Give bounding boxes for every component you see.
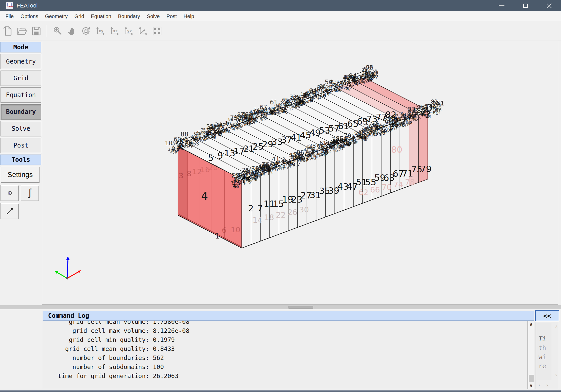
svg-text:88: 88 (181, 131, 189, 138)
view-3d-axes-button[interactable] (137, 24, 149, 38)
svg-text:64: 64 (401, 123, 407, 128)
boundary-number-label: 80 (391, 144, 402, 155)
svg-text:60: 60 (306, 144, 312, 150)
svg-text:57: 57 (260, 117, 264, 121)
settings-button[interactable]: Settings (1, 167, 40, 183)
svg-text:94: 94 (184, 144, 189, 148)
mode-post-button[interactable]: Post (1, 138, 41, 153)
zoom-extents-button[interactable] (151, 24, 163, 38)
boundary-number-label: 62 (359, 188, 368, 197)
save-icon (31, 26, 42, 36)
line-probe-tool-button[interactable] (1, 203, 19, 219)
log-scrollbar[interactable]: ∧ ∨ (528, 321, 534, 389)
collapse-panel-button[interactable]: << (535, 310, 559, 321)
tip-text-fragment: re (539, 363, 546, 370)
app-icon[interactable]: FEATool (6, 2, 13, 9)
maximize-button[interactable] (513, 0, 537, 11)
tips-scroll-up-icon[interactable]: ∧ (555, 324, 558, 329)
svg-text:16: 16 (347, 144, 350, 147)
menu-options[interactable]: Options (17, 11, 42, 21)
view-xy-button[interactable]: xy (94, 24, 106, 38)
plot-canvas[interactable]: 1418222630626670747880381216201610457300… (42, 41, 558, 305)
svg-text:86: 86 (360, 81, 365, 85)
tip-text-fragment: th (539, 344, 546, 352)
svg-text:24: 24 (309, 157, 314, 161)
tip-text-fragment: Ti (539, 335, 546, 343)
boundary-number-label: 70 (382, 183, 392, 192)
minimize-icon (499, 5, 504, 6)
boundary-number-label: 79 (420, 164, 432, 174)
boundary-number-label: 3 (179, 171, 183, 180)
splitter[interactable] (0, 305, 561, 309)
toolbar-separator (47, 25, 47, 37)
mode-equation-button[interactable]: Equation (1, 87, 41, 103)
menu-geometry[interactable]: Geometry (42, 11, 71, 21)
menu-file[interactable]: File (2, 11, 17, 21)
svg-text:65: 65 (282, 97, 288, 103)
svg-text:77: 77 (226, 129, 230, 134)
boundary-number-label: 10 (231, 225, 240, 234)
view-yz-button[interactable]: yz (122, 24, 135, 38)
boundary-number-label: 14 (253, 216, 262, 225)
line-segment-icon (5, 207, 14, 216)
window-border (0, 390, 561, 392)
scroll-up-icon[interactable]: ∧ (528, 321, 534, 327)
zoom-button[interactable] (51, 24, 64, 38)
circle-dot-icon (6, 189, 14, 197)
svg-text:93: 93 (270, 109, 275, 114)
minimize-button[interactable] (490, 0, 513, 11)
pan-icon (66, 26, 77, 36)
svg-text:86: 86 (316, 85, 323, 91)
open-file-button[interactable] (16, 24, 28, 38)
svg-text:75: 75 (216, 122, 223, 128)
save-button[interactable] (30, 24, 42, 38)
boundary-number-label: 9 (217, 150, 223, 161)
mode-boundary-button[interactable]: Boundary (1, 104, 41, 120)
point-probe-tool-button[interactable] (1, 185, 19, 201)
tips-page-nav[interactable]: ‹› (539, 382, 554, 388)
boundary-plot[interactable]: 1418222630626670747880381216201610457300… (42, 41, 558, 304)
boundary-number-label: 5 (208, 153, 214, 163)
svg-text:1: 1 (396, 121, 399, 126)
command-log-output[interactable]: grid cell mean volume: 1.7580e-08 grid c… (43, 321, 528, 389)
command-log-header: Command Log (43, 311, 534, 321)
new-file-button[interactable] (2, 24, 14, 38)
menu-solve[interactable]: Solve (143, 11, 163, 21)
tip-text-fragment: wi (539, 353, 546, 361)
menu-grid[interactable]: Grid (71, 11, 88, 21)
svg-text:1: 1 (432, 110, 435, 115)
menu-post[interactable]: Post (163, 11, 180, 21)
menu-equation[interactable]: Equation (88, 11, 115, 21)
svg-text:95: 95 (423, 105, 428, 110)
svg-text:75: 75 (242, 167, 249, 174)
tips-scroll-down-icon[interactable]: ∨ (555, 372, 558, 377)
tips-text-area (536, 323, 551, 380)
svg-text:39: 39 (416, 104, 422, 110)
mode-grid-button[interactable]: Grid (1, 71, 41, 86)
boundary-number-label: 82 (385, 110, 396, 120)
svg-text:14: 14 (300, 91, 307, 97)
svg-text:40: 40 (269, 162, 276, 168)
svg-text:2: 2 (408, 122, 410, 125)
featool-logo-text: FEATool (7, 5, 13, 7)
svg-text:xy: xy (99, 29, 103, 33)
scrollbar-thumb[interactable] (529, 375, 534, 382)
svg-text:96: 96 (413, 117, 418, 121)
close-button[interactable] (537, 0, 561, 11)
svg-text:82: 82 (431, 99, 438, 105)
menu-boundary[interactable]: Boundary (115, 11, 144, 21)
boundary-number-label: 26 (287, 208, 297, 217)
mode-solve-button[interactable]: Solve (1, 121, 41, 136)
integral-tool-button[interactable]: ∫ (21, 185, 39, 201)
scroll-down-icon[interactable]: ∨ (528, 383, 534, 388)
svg-text:61: 61 (320, 140, 326, 146)
svg-text:84: 84 (260, 166, 265, 172)
splitter-handle[interactable] (289, 306, 313, 309)
pan-button[interactable] (66, 24, 78, 38)
window-title: FEATool (17, 0, 38, 11)
svg-text:34: 34 (265, 106, 270, 111)
rotate-3d-button[interactable] (80, 24, 92, 38)
mode-geometry-button[interactable]: Geometry (1, 54, 41, 69)
view-xz-button[interactable]: xz (108, 24, 121, 38)
menu-help[interactable]: Help (180, 11, 197, 21)
